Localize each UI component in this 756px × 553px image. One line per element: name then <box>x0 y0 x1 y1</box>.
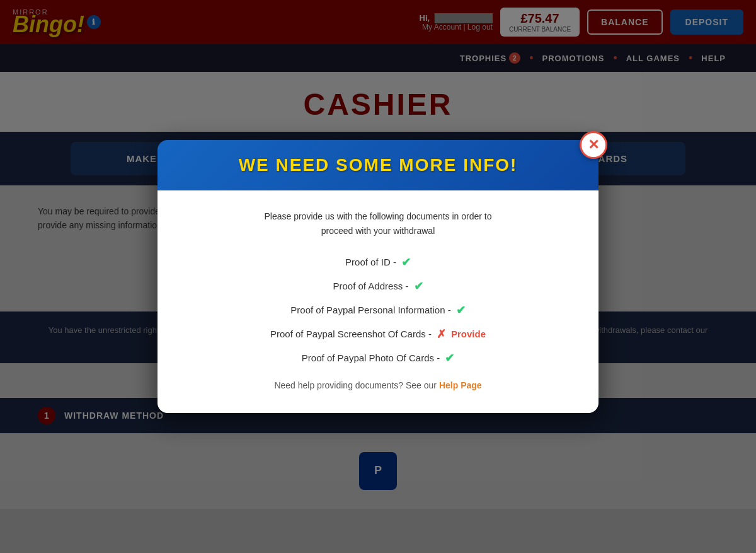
doc-item-proof-paypal-info: Proof of Paypal Personal Information - ✔ <box>189 303 567 317</box>
modal-close-button[interactable]: ✕ <box>580 131 607 159</box>
modal-title: WE NEED SOME MORE INFO! <box>183 155 573 175</box>
check-icon-proof-id: ✔ <box>401 255 411 269</box>
doc-label-proof-id: Proof of ID - <box>345 257 396 267</box>
check-icon-proof-paypal-info: ✔ <box>456 303 466 317</box>
modal-subtitle: Please provide us with the following doc… <box>189 209 567 238</box>
check-icon-proof-paypal-photo: ✔ <box>445 351 454 365</box>
document-list: Proof of ID - ✔ Proof of Address - ✔ Pro… <box>189 255 567 365</box>
provide-link[interactable]: Provide <box>451 329 486 339</box>
check-icon-proof-address: ✔ <box>414 279 423 293</box>
modal-body: Please provide us with the following doc… <box>158 190 598 413</box>
close-icon: ✕ <box>588 138 599 152</box>
doc-item-proof-address: Proof of Address - ✔ <box>189 279 567 293</box>
modal-header: WE NEED SOME MORE INFO! <box>158 140 598 190</box>
help-text-static: Need help providing documents? See our <box>274 380 437 390</box>
modal-overlay[interactable]: ✕ WE NEED SOME MORE INFO! Please provide… <box>0 0 756 553</box>
help-text: Need help providing documents? See our H… <box>189 380 567 390</box>
doc-label-proof-paypal-info: Proof of Paypal Personal Information - <box>290 305 450 315</box>
help-page-link[interactable]: Help Page <box>439 380 482 390</box>
doc-label-proof-paypal-photo: Proof of Paypal Photo Of Cards - <box>302 352 440 363</box>
doc-label-proof-address: Proof of Address - <box>333 281 408 291</box>
doc-item-proof-paypal-photo: Proof of Paypal Photo Of Cards - ✔ <box>189 351 567 365</box>
doc-item-proof-paypal-screenshot: Proof of Paypal Screenshot Of Cards - ✗ … <box>189 327 567 341</box>
doc-label-proof-paypal-screenshot: Proof of Paypal Screenshot Of Cards - <box>270 329 432 339</box>
modal: ✕ WE NEED SOME MORE INFO! Please provide… <box>158 140 598 413</box>
cross-icon-proof-paypal-screenshot: ✗ <box>437 327 446 341</box>
doc-item-proof-id: Proof of ID - ✔ <box>189 255 567 269</box>
